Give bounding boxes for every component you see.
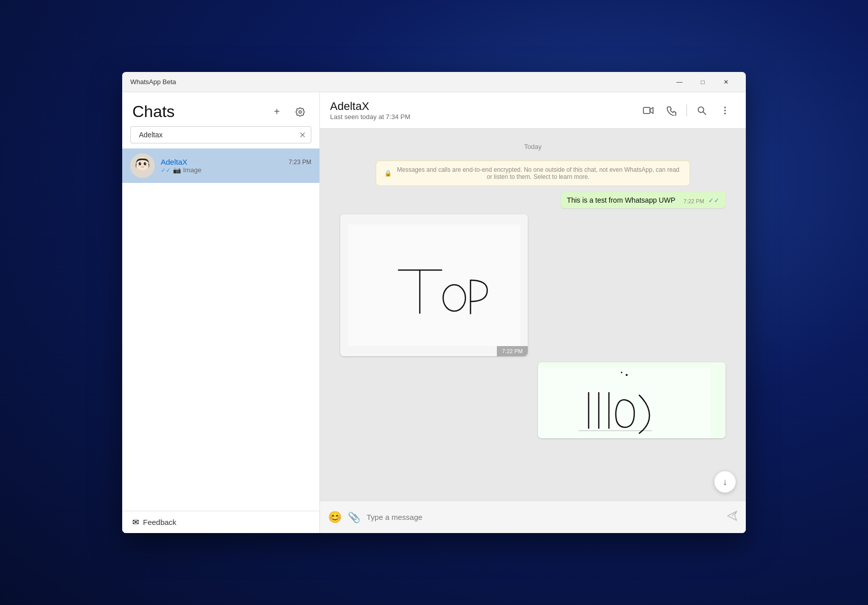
svg-rect-9	[643, 107, 650, 114]
search-messages-button[interactable]	[691, 100, 712, 121]
message-input[interactable]	[367, 513, 720, 521]
chat-item-name: AdeltaX	[161, 158, 188, 166]
message-text: This is a test from Whatsapp UWP	[567, 196, 675, 204]
send-button[interactable]	[727, 510, 738, 524]
main-content: Chats + ✕	[122, 92, 746, 533]
message-time: 7:22 PM	[683, 198, 704, 204]
sidebar-header: Chats +	[122, 92, 319, 126]
tick-icon: ✓✓	[161, 167, 171, 174]
svg-point-12	[725, 106, 726, 108]
chat-list-item[interactable]: AdeltaX 7:23 PM ✓✓ 📷 Image	[122, 148, 319, 183]
chat-item-top: AdeltaX 7:23 PM	[161, 158, 311, 166]
svg-point-5	[140, 163, 141, 164]
preview-text: Image	[183, 166, 201, 174]
lock-icon: 🔒	[384, 170, 392, 177]
message-input-area: 😊 📎	[320, 501, 746, 533]
app-window: WhatsApp Beta — □ ✕ Chats +	[122, 72, 746, 533]
voice-call-button[interactable]	[661, 100, 682, 121]
new-chat-button[interactable]: +	[268, 103, 286, 121]
feedback-button[interactable]: ✉ Feedback	[122, 511, 319, 533]
chat-header: AdeltaX Last seen today at 7:34 PM	[320, 92, 746, 129]
chat-contact-status: Last seen today at 7:34 PM	[330, 113, 638, 121]
svg-point-13	[725, 109, 726, 111]
video-call-button[interactable]	[638, 100, 659, 121]
chat-item-info: AdeltaX 7:23 PM ✓✓ 📷 Image	[161, 158, 311, 174]
feedback-envelope-icon: ✉	[132, 517, 139, 527]
svg-point-14	[725, 112, 726, 114]
chat-contact-name: AdeltaX	[330, 100, 638, 113]
outgoing-image-message	[538, 362, 726, 438]
search-input[interactable]	[136, 127, 299, 143]
sidebar-header-icons: +	[268, 103, 309, 121]
svg-point-0	[299, 110, 302, 113]
attach-button[interactable]: 📎	[348, 511, 360, 523]
chat-panel: AdeltaX Last seen today at 7:34 PM	[320, 92, 746, 533]
emoji-button[interactable]: 😊	[328, 511, 342, 524]
date-divider: Today	[340, 143, 726, 150]
avatar	[130, 154, 155, 178]
outgoing-text-message: This is a test from Whatsapp UWP 7:22 PM…	[561, 192, 726, 208]
outgoing-image-content	[538, 362, 726, 438]
window-title: WhatsApp Beta	[130, 78, 668, 86]
header-divider	[686, 104, 687, 117]
search-bar: ✕	[130, 126, 311, 143]
encryption-notice[interactable]: 🔒 Messages and calls are end-to-end encr…	[376, 161, 690, 186]
message-tick-icon: ✓✓	[708, 197, 719, 204]
svg-point-4	[144, 162, 147, 165]
svg-point-21	[626, 374, 628, 376]
svg-point-3	[139, 162, 141, 165]
svg-point-8	[145, 165, 148, 166]
settings-button[interactable]	[291, 103, 309, 121]
maximize-button[interactable]: □	[691, 74, 714, 90]
chat-item-time: 7:23 PM	[288, 159, 311, 166]
chat-header-info: AdeltaX Last seen today at 7:34 PM	[330, 100, 638, 121]
title-bar: WhatsApp Beta — □ ✕	[122, 72, 746, 92]
handwriting-image	[348, 224, 520, 346]
incoming-image-message: 7:22 PM	[340, 214, 528, 356]
messages-area[interactable]: Today 🔒 Messages and calls are end-to-en…	[320, 129, 746, 501]
outgoing-handwriting-image	[538, 367, 710, 438]
chat-list: AdeltaX 7:23 PM ✓✓ 📷 Image	[122, 148, 319, 511]
close-button[interactable]: ✕	[714, 74, 738, 90]
scroll-down-button[interactable]: ↓	[714, 471, 736, 493]
window-controls: — □ ✕	[668, 74, 738, 90]
camera-icon: 📷	[173, 166, 181, 174]
encryption-text: Messages and calls are end-to-end encryp…	[395, 166, 681, 180]
chat-item-preview: ✓✓ 📷 Image	[161, 166, 311, 174]
svg-point-7	[138, 165, 140, 166]
search-clear-button[interactable]: ✕	[299, 130, 306, 140]
svg-point-22	[621, 372, 623, 373]
image-content: 7:22 PM	[340, 214, 528, 356]
down-arrow-icon: ↓	[723, 477, 728, 487]
svg-rect-15	[348, 224, 520, 346]
feedback-label: Feedback	[143, 518, 176, 526]
image-time-overlay: 7:22 PM	[497, 346, 528, 356]
svg-point-10	[698, 107, 704, 112]
minimize-button[interactable]: —	[668, 74, 691, 90]
sidebar-title: Chats	[132, 102, 175, 121]
more-options-button[interactable]	[714, 100, 736, 121]
svg-line-11	[703, 112, 706, 115]
sidebar: Chats + ✕	[122, 92, 320, 533]
svg-point-6	[145, 163, 146, 164]
chat-header-actions	[638, 100, 736, 121]
